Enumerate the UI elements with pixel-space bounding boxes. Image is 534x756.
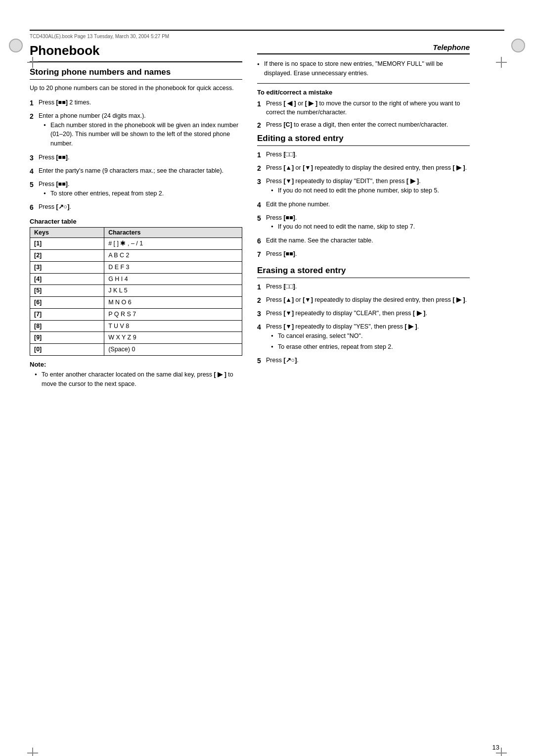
char-chars-cell: T U V 8: [104, 320, 242, 332]
char-key-cell: [8]: [30, 320, 104, 332]
step-2-num: 2: [30, 111, 39, 150]
char-table: Keys Characters [1]# [ ] ✱ , – / 1[2]A B…: [30, 227, 242, 356]
right-bullet-1: If there is no space to store new entrie…: [257, 59, 470, 78]
content-area: Phonebook Storing phone numbers and name…: [30, 43, 504, 390]
file-info: TCD430AL(E).book Page 13 Tuesday, March …: [30, 34, 504, 39]
char-key-cell: [3]: [30, 261, 104, 273]
edit-step-1-content: Press [ ◀ ] or [ ▶ ] to move the cursor …: [266, 99, 470, 118]
step-6-content: Press [↗○].: [39, 202, 242, 213]
col-chars: Characters: [104, 228, 242, 238]
ees-6-num: 6: [257, 236, 266, 246]
edit-step-2-num: 2: [257, 120, 266, 131]
erase-step-1: 1 Press [□□].: [257, 282, 470, 292]
ees-7-content: Press [■■].: [266, 249, 470, 260]
ees-5-bullet: If you do not need to edit the name, ski…: [271, 222, 470, 232]
step-1: 1 Press [■■] 2 times.: [30, 98, 242, 108]
ees-4-num: 4: [257, 200, 266, 210]
section2-title: Editing a stored entry: [257, 134, 470, 146]
ees-5-content: Press [■■]. If you do not need to edit t…: [266, 213, 470, 234]
char-key-cell: [7]: [30, 308, 104, 320]
edit-entry-step-6: 6 Edit the name. See the character table…: [257, 236, 470, 246]
ers-5-num: 5: [257, 356, 266, 366]
page-number: 13: [492, 744, 499, 751]
step-1-num: 1: [30, 98, 39, 108]
ers-3-num: 3: [257, 309, 266, 319]
step-5: 5 Press [■■]. To store other entries, re…: [30, 180, 242, 200]
edit-entry-step-2: 2 Press [▲] or [▼] repeatedly to display…: [257, 163, 470, 174]
ers-4-bullet-1: To cancel erasing, select "NO".: [271, 331, 470, 341]
table-row: [7]P Q R S 7: [30, 308, 242, 320]
char-key-cell: [2]: [30, 250, 104, 262]
char-table-section: Character table Keys Characters [1]# [ ]…: [30, 218, 242, 356]
edit-entry-step-5: 5 Press [■■]. If you do not need to edit…: [257, 213, 470, 234]
table-row: [2]A B C 2: [30, 250, 242, 262]
step-5-bullet-1: To store other entries, repeat from step…: [44, 189, 242, 198]
ees-4-content: Edit the phone number.: [266, 200, 470, 210]
char-table-title: Character table: [30, 218, 242, 225]
ers-5-content: Press [↗○].: [266, 356, 470, 366]
ers-1-content: Press [□□].: [266, 282, 470, 292]
erase-step-3: 3 Press [▼] repeatedly to display "CLEAR…: [257, 309, 470, 319]
char-key-cell: [5]: [30, 285, 104, 297]
ees-3-bullet: If you do not need to edit the phone num…: [271, 186, 470, 195]
note-section: Note: To enter another character located…: [30, 361, 242, 389]
section3-title: Erasing a stored entry: [257, 266, 470, 278]
ers-2-num: 2: [257, 295, 266, 306]
step-5-content: Press [■■]. To store other entries, repe…: [39, 180, 242, 200]
ees-2-content: Press [▲] or [▼] repeatedly to display t…: [266, 163, 470, 174]
cross-tr: [496, 57, 507, 68]
step-4-content: Enter the party's name (9 characters max…: [39, 166, 242, 177]
ees-5-num: 5: [257, 213, 266, 234]
step-3-content: Press [■■].: [39, 153, 242, 163]
step-6-num: 6: [30, 202, 39, 213]
step-3: 3 Press [■■].: [30, 153, 242, 163]
ees-3-content: Press [▼] repeatedly to display "EDIT", …: [266, 177, 470, 197]
erase-step-2: 2 Press [▲] or [▼] repeatedly to display…: [257, 295, 470, 306]
ees-6-content: Edit the name. See the character table.: [266, 236, 470, 246]
table-row: [1]# [ ] ✱ , – / 1: [30, 238, 242, 250]
col-keys: Keys: [30, 228, 104, 238]
edit-entry-step-4: 4 Edit the phone number.: [257, 200, 470, 210]
char-key-cell: [6]: [30, 297, 104, 309]
table-row: [5]J K L 5: [30, 285, 242, 297]
step-5-num: 5: [30, 180, 39, 200]
cross-bl: [27, 748, 38, 756]
ees-7-num: 7: [257, 249, 266, 260]
step-2-bullet-1: Each number stored in the phonebook will…: [44, 121, 242, 148]
step-2-content: Enter a phone number (24 digits max.). E…: [39, 111, 242, 150]
right-top-bullets: If there is no space to store new entrie…: [257, 59, 470, 78]
edit-step-1-num: 1: [257, 99, 266, 118]
edit-step-2: 2 Press [C] to erase a digit, then enter…: [257, 120, 470, 131]
erase-step-4: 4 Press [▼] repeatedly to display "YES",…: [257, 322, 470, 353]
top-bar: [30, 30, 504, 33]
note-title: Note:: [30, 361, 242, 368]
ers-2-content: Press [▲] or [▼] repeatedly to display t…: [266, 295, 470, 306]
ers-1-num: 1: [257, 282, 266, 292]
step-6: 6 Press [↗○].: [30, 202, 242, 213]
ers-3-content: Press [▼] repeatedly to display "CLEAR",…: [266, 309, 470, 319]
left-column: Phonebook Storing phone numbers and name…: [30, 43, 242, 390]
ees-3-num: 3: [257, 177, 266, 197]
char-chars-cell: A B C 2: [104, 250, 242, 262]
char-chars-cell: W X Y Z 9: [104, 332, 242, 344]
ees-2-num: 2: [257, 163, 266, 174]
table-row: [6]M N O 6: [30, 297, 242, 309]
intro-text: Up to 20 phone numbers can be stored in …: [30, 84, 242, 93]
table-row: [9]W X Y Z 9: [30, 332, 242, 344]
step-3-num: 3: [30, 153, 39, 163]
phonebook-title: Phonebook: [30, 43, 242, 62]
table-row: [0](Space) 0: [30, 344, 242, 356]
char-key-cell: [0]: [30, 344, 104, 356]
step-4: 4 Enter the party's name (9 characters m…: [30, 166, 242, 177]
char-chars-cell: M N O 6: [104, 297, 242, 309]
divider-1: [257, 83, 470, 84]
char-chars-cell: # [ ] ✱ , – / 1: [104, 238, 242, 250]
section1-title: Storing phone numbers and names: [30, 67, 242, 80]
edit-correct-section: To edit/correct a mistake 1 Press [ ◀ ] …: [257, 89, 470, 131]
right-column: Telephone If there is no space to store …: [257, 43, 470, 390]
char-key-cell: [1]: [30, 238, 104, 250]
ers-4-content: Press [▼] repeatedly to display "YES", t…: [266, 322, 470, 353]
step-1-content: Press [■■] 2 times.: [39, 98, 242, 108]
table-row: [3]D E F 3: [30, 261, 242, 273]
ees-1-num: 1: [257, 150, 266, 160]
